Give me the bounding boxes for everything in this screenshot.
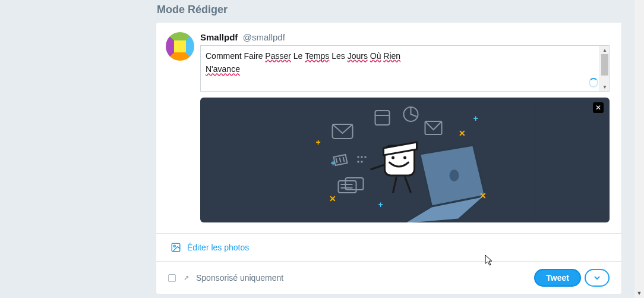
- svg-text:+: +: [473, 114, 478, 123]
- svg-text:✕: ✕: [459, 128, 466, 138]
- compose-text: N'avance: [206, 64, 240, 74]
- compose-text: https://smallpdf.com/fr/blog/comment-fai…: [206, 89, 595, 91]
- scroll-thumb[interactable]: [601, 54, 608, 76]
- compose-text: Passer: [265, 51, 291, 61]
- tweet-dropdown-button[interactable]: [585, 269, 610, 287]
- textbox-scrollbar[interactable]: ▲ ▼: [599, 46, 609, 91]
- scroll-up-arrow-icon[interactable]: ▲: [600, 46, 610, 54]
- compose-text: Comment Faire: [206, 51, 265, 61]
- svg-point-23: [173, 245, 175, 247]
- sponsored-checkbox[interactable]: [168, 274, 176, 282]
- mode-title: Mode Rédiger: [157, 4, 622, 16]
- image-icon: [171, 242, 181, 253]
- compose-text: Rien: [383, 51, 400, 61]
- page-scrollbar[interactable]: ▼: [634, 0, 644, 298]
- compose-text: Le: [291, 51, 305, 61]
- svg-point-3: [392, 156, 394, 159]
- remove-media-button[interactable]: ✕: [593, 102, 604, 113]
- compose-text: Les: [329, 51, 347, 61]
- promote-arrow-icon: ↗: [182, 274, 190, 282]
- svg-text:+: +: [316, 137, 321, 147]
- compose-text: Où: [370, 51, 381, 61]
- edit-photos-button[interactable]: Éditer les photos: [156, 234, 621, 261]
- svg-text:+: +: [378, 200, 383, 209]
- svg-point-4: [403, 156, 406, 159]
- compose-text: Jours: [348, 51, 368, 61]
- loading-spinner-icon: [589, 78, 598, 87]
- chevron-down-icon: [594, 274, 601, 281]
- tweet-button[interactable]: Tweet: [534, 269, 581, 287]
- author-row: Smallpdf @smallpdf: [200, 32, 610, 43]
- compose-card: Smallpdf @smallpdf Comment Faire Passer …: [156, 22, 622, 294]
- scroll-down-arrow-icon[interactable]: ▼: [600, 83, 610, 91]
- media-preview: ✕: [200, 98, 610, 222]
- svg-text:+: +: [331, 158, 336, 168]
- compose-textbox-wrap: Comment Faire Passer Le Temps Les Jours …: [200, 45, 610, 92]
- compose-textbox[interactable]: Comment Faire Passer Le Temps Les Jours …: [201, 46, 599, 91]
- svg-point-1: [450, 170, 459, 181]
- scroll-down-arrow-icon[interactable]: ▼: [634, 288, 644, 298]
- svg-text:✕: ✕: [479, 191, 487, 200]
- edit-photos-label: Éditer les photos: [187, 243, 249, 252]
- avatar: [166, 32, 194, 61]
- author-handle: @smallpdf: [243, 32, 285, 42]
- compose-text: Temps: [305, 51, 329, 61]
- author-name: Smallpdf: [200, 32, 238, 42]
- preview-illustration: + ✕ ✕ ✕ + + +: [200, 98, 610, 222]
- sponsored-label: Sponsorisé uniquement: [196, 273, 283, 283]
- svg-text:✕: ✕: [329, 194, 336, 203]
